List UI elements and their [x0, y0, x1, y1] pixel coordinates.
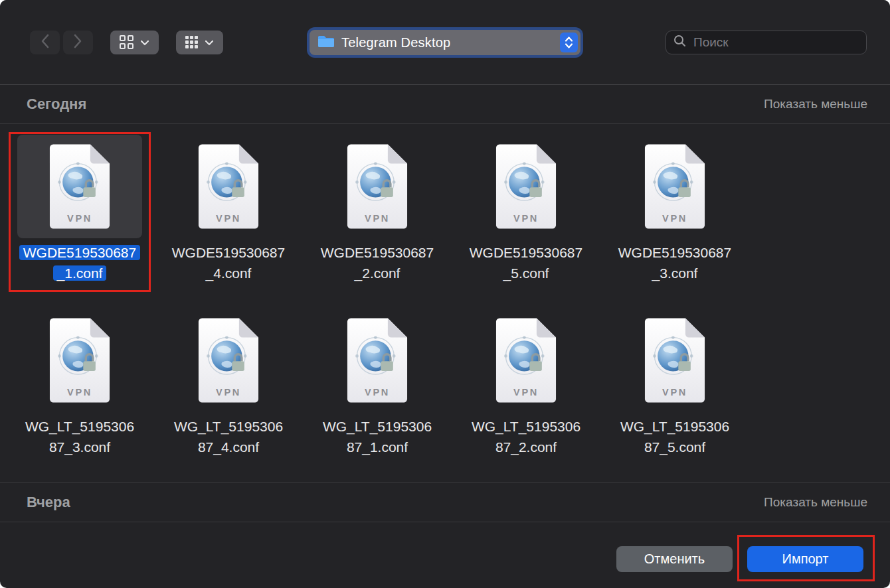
- grid-view-icon: [120, 35, 134, 49]
- svg-text:VPN: VPN: [365, 387, 390, 398]
- file-item[interactable]: VPNWG_LT_519530687_1.conf: [303, 309, 452, 482]
- forward-button[interactable]: [63, 31, 93, 54]
- svg-text:VPN: VPN: [216, 213, 241, 224]
- section-header-today: Сегодня Показать меньше: [0, 85, 890, 124]
- svg-text:VPN: VPN: [513, 387, 539, 398]
- svg-text:VPN: VPN: [67, 387, 92, 398]
- vpn-file-icon: VPN: [612, 135, 737, 238]
- vpn-file-icon: VPN: [315, 309, 440, 412]
- file-item[interactable]: VPNWG_LT_519530687_4.conf: [154, 309, 303, 482]
- search-input[interactable]: [692, 35, 859, 50]
- search-icon: [673, 35, 686, 50]
- show-less-link[interactable]: Показать меньше: [764, 495, 867, 510]
- vpn-file-icon: VPN: [166, 309, 291, 412]
- toolbar: Telegram Desktop: [0, 0, 890, 85]
- file-item[interactable]: VPNWGDE519530687_2.conf: [303, 135, 452, 309]
- chevron-right-icon: [74, 34, 82, 51]
- cancel-button[interactable]: Отменить: [616, 546, 733, 572]
- svg-text:VPN: VPN: [662, 213, 687, 224]
- location-dropdown[interactable]: Telegram Desktop: [310, 30, 580, 55]
- file-item[interactable]: VPNWG_LT_519530687_5.conf: [600, 309, 749, 482]
- gallery-view-button[interactable]: [176, 31, 223, 54]
- svg-text:VPN: VPN: [662, 387, 687, 398]
- file-name: WGDE519530687_2.conf: [321, 242, 434, 283]
- svg-text:VPN: VPN: [365, 213, 390, 224]
- file-name: WG_LT_519530687_4.conf: [174, 416, 283, 457]
- chevron-left-icon: [41, 34, 49, 51]
- folder-icon: [317, 35, 335, 50]
- file-name: WGDE519530687_3.conf: [618, 242, 731, 283]
- vpn-file-icon: VPN: [17, 309, 142, 412]
- vpn-file-icon: VPN: [464, 135, 588, 238]
- show-less-link[interactable]: Показать меньше: [764, 97, 867, 111]
- location-dropdown-value: Telegram Desktop: [341, 35, 450, 50]
- file-name: WG_LT_519530687_1.conf: [323, 416, 432, 457]
- svg-text:VPN: VPN: [216, 387, 241, 398]
- annotation-rectangle-import-button: [737, 535, 875, 581]
- file-item[interactable]: VPNWG_LT_519530687_3.conf: [5, 309, 154, 482]
- file-name: WG_LT_519530687_5.conf: [620, 416, 729, 457]
- file-item[interactable]: VPNWG_LT_519530687_2.conf: [452, 309, 600, 482]
- file-item[interactable]: VPNWGDE519530687_4.conf: [154, 135, 303, 309]
- chevron-down-icon: [140, 37, 149, 48]
- file-item[interactable]: VPNWGDE519530687_3.conf: [600, 135, 749, 309]
- svg-text:VPN: VPN: [513, 213, 539, 224]
- vpn-file-icon: VPN: [464, 309, 588, 412]
- file-name: WG_LT_519530687_2.conf: [472, 416, 580, 457]
- vpn-file-icon: VPN: [166, 135, 291, 238]
- section-title: Вчера: [27, 494, 70, 511]
- dropdown-stepper-icon: [560, 33, 578, 52]
- file-item[interactable]: VPNWGDE519530687_5.conf: [452, 135, 600, 309]
- section-title: Сегодня: [27, 96, 86, 113]
- section-header-yesterday: Вчера Показать меньше: [0, 482, 890, 522]
- file-name: WG_LT_519530687_3.conf: [25, 416, 134, 457]
- annotation-rectangle-selected-file: [9, 132, 151, 292]
- nav-buttons: [30, 31, 93, 54]
- search-field[interactable]: [666, 31, 867, 54]
- file-name: WGDE519530687_5.conf: [470, 242, 582, 283]
- file-name: WGDE519530687_4.conf: [172, 242, 285, 283]
- chevron-down-icon: [205, 37, 214, 48]
- back-button[interactable]: [30, 31, 60, 54]
- open-file-dialog: Telegram Desktop Сегодня Показать меньше…: [0, 0, 890, 588]
- vpn-file-icon: VPN: [612, 309, 737, 412]
- vpn-file-icon: VPN: [315, 135, 440, 238]
- icon-view-button[interactable]: [110, 31, 159, 54]
- gallery-view-icon: [185, 36, 198, 48]
